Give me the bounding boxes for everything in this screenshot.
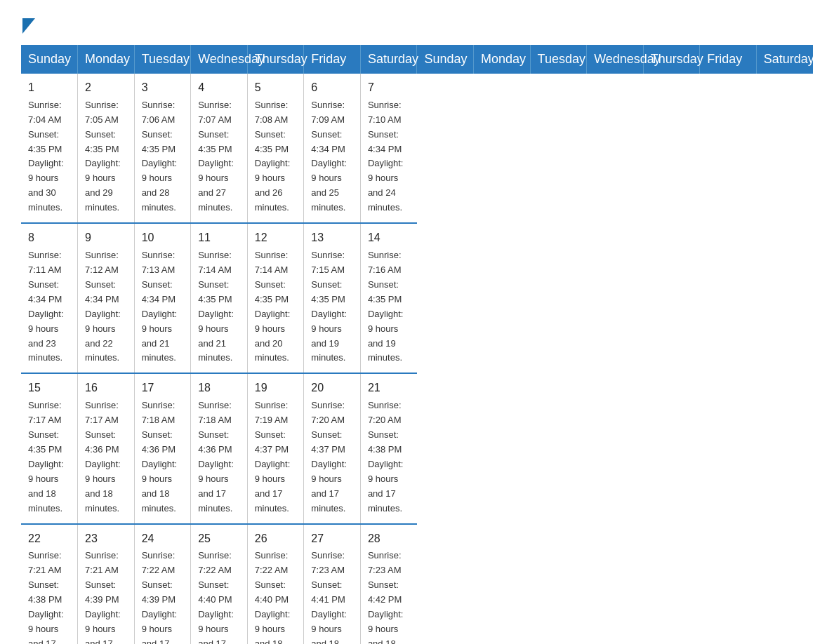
day-number: 4 xyxy=(198,79,240,97)
header-saturday: Saturday xyxy=(360,45,417,74)
calendar-cell: 5 Sunrise: 7:08 AMSunset: 4:35 PMDayligh… xyxy=(247,74,304,223)
day-info: Sunrise: 7:10 AMSunset: 4:34 PMDaylight:… xyxy=(368,100,404,213)
day-info: Sunrise: 7:23 AMSunset: 4:42 PMDaylight:… xyxy=(368,550,404,644)
calendar-cell: 13 Sunrise: 7:15 AMSunset: 4:35 PMDaylig… xyxy=(304,223,361,373)
day-number: 20 xyxy=(311,380,353,397)
day-number: 21 xyxy=(368,380,410,397)
day-number: 14 xyxy=(368,229,410,247)
calendar-cell: 6 Sunrise: 7:09 AMSunset: 4:34 PMDayligh… xyxy=(304,74,361,223)
page-header xyxy=(21,14,813,34)
calendar-cell: 18 Sunrise: 7:18 AMSunset: 4:36 PMDaylig… xyxy=(191,373,248,523)
day-info: Sunrise: 7:11 AMSunset: 4:34 PMDaylight:… xyxy=(28,250,64,363)
day-info: Sunrise: 7:14 AMSunset: 4:35 PMDaylight:… xyxy=(198,250,234,363)
calendar-cell: 16 Sunrise: 7:17 AMSunset: 4:36 PMDaylig… xyxy=(78,373,135,523)
header-saturday: Saturday xyxy=(756,45,813,74)
day-number: 5 xyxy=(255,79,297,97)
calendar-week-4: 22 Sunrise: 7:21 AMSunset: 4:38 PMDaylig… xyxy=(21,524,813,644)
calendar-week-2: 8 Sunrise: 7:11 AMSunset: 4:34 PMDayligh… xyxy=(21,223,813,373)
day-info: Sunrise: 7:07 AMSunset: 4:35 PMDaylight:… xyxy=(198,100,234,213)
day-info: Sunrise: 7:20 AMSunset: 4:37 PMDaylight:… xyxy=(311,400,347,513)
day-number: 27 xyxy=(311,530,353,548)
day-number: 23 xyxy=(85,530,127,548)
day-info: Sunrise: 7:22 AMSunset: 4:39 PMDaylight:… xyxy=(142,550,178,644)
calendar-cell: 2 Sunrise: 7:05 AMSunset: 4:35 PMDayligh… xyxy=(78,74,135,223)
header-sunday: Sunday xyxy=(21,45,78,74)
day-number: 15 xyxy=(28,380,70,397)
calendar-cell: 3 Sunrise: 7:06 AMSunset: 4:35 PMDayligh… xyxy=(134,74,191,223)
logo-triangle-icon xyxy=(22,18,35,34)
day-number: 6 xyxy=(311,79,353,97)
calendar-cell: 9 Sunrise: 7:12 AMSunset: 4:34 PMDayligh… xyxy=(78,223,135,373)
logo xyxy=(21,20,35,34)
calendar-cell: 27 Sunrise: 7:23 AMSunset: 4:41 PMDaylig… xyxy=(304,524,361,644)
calendar-cell: 21 Sunrise: 7:20 AMSunset: 4:38 PMDaylig… xyxy=(360,373,417,523)
header-friday: Friday xyxy=(700,45,757,74)
calendar-cell: 22 Sunrise: 7:21 AMSunset: 4:38 PMDaylig… xyxy=(21,524,78,644)
calendar-cell: 7 Sunrise: 7:10 AMSunset: 4:34 PMDayligh… xyxy=(360,74,417,223)
calendar-week-3: 15 Sunrise: 7:17 AMSunset: 4:35 PMDaylig… xyxy=(21,373,813,523)
day-info: Sunrise: 7:18 AMSunset: 4:36 PMDaylight:… xyxy=(142,400,178,513)
calendar-cell: 28 Sunrise: 7:23 AMSunset: 4:42 PMDaylig… xyxy=(360,524,417,644)
day-number: 10 xyxy=(142,229,184,247)
day-info: Sunrise: 7:19 AMSunset: 4:37 PMDaylight:… xyxy=(255,400,291,513)
day-info: Sunrise: 7:15 AMSunset: 4:35 PMDaylight:… xyxy=(311,250,347,363)
day-info: Sunrise: 7:06 AMSunset: 4:35 PMDaylight:… xyxy=(142,100,178,213)
day-number: 3 xyxy=(142,79,184,97)
day-info: Sunrise: 7:22 AMSunset: 4:40 PMDaylight:… xyxy=(255,550,291,644)
day-number: 12 xyxy=(255,229,297,247)
day-number: 26 xyxy=(255,530,297,548)
day-info: Sunrise: 7:17 AMSunset: 4:35 PMDaylight:… xyxy=(28,400,64,513)
header-thursday: Thursday xyxy=(643,45,700,74)
calendar-table: SundayMondayTuesdayWednesdayThursdayFrid… xyxy=(21,45,813,644)
day-number: 9 xyxy=(85,229,127,247)
calendar-cell: 4 Sunrise: 7:07 AMSunset: 4:35 PMDayligh… xyxy=(191,74,248,223)
header-wednesday: Wednesday xyxy=(191,45,248,74)
day-info: Sunrise: 7:12 AMSunset: 4:34 PMDaylight:… xyxy=(85,250,121,363)
day-number: 24 xyxy=(142,530,184,548)
day-number: 7 xyxy=(368,79,410,97)
day-number: 8 xyxy=(28,229,70,247)
day-number: 2 xyxy=(85,79,127,97)
day-number: 17 xyxy=(142,380,184,397)
calendar-cell: 17 Sunrise: 7:18 AMSunset: 4:36 PMDaylig… xyxy=(134,373,191,523)
day-info: Sunrise: 7:17 AMSunset: 4:36 PMDaylight:… xyxy=(85,400,121,513)
calendar-cell: 15 Sunrise: 7:17 AMSunset: 4:35 PMDaylig… xyxy=(21,373,78,523)
day-info: Sunrise: 7:23 AMSunset: 4:41 PMDaylight:… xyxy=(311,550,347,644)
day-number: 19 xyxy=(255,380,297,397)
day-info: Sunrise: 7:14 AMSunset: 4:35 PMDaylight:… xyxy=(255,250,291,363)
calendar-cell: 10 Sunrise: 7:13 AMSunset: 4:34 PMDaylig… xyxy=(134,223,191,373)
day-info: Sunrise: 7:13 AMSunset: 4:34 PMDaylight:… xyxy=(142,250,178,363)
calendar-cell: 14 Sunrise: 7:16 AMSunset: 4:35 PMDaylig… xyxy=(360,223,417,373)
header-wednesday: Wednesday xyxy=(587,45,644,74)
day-info: Sunrise: 7:08 AMSunset: 4:35 PMDaylight:… xyxy=(255,100,291,213)
day-info: Sunrise: 7:09 AMSunset: 4:34 PMDaylight:… xyxy=(311,100,347,213)
header-sunday: Sunday xyxy=(417,45,474,74)
day-info: Sunrise: 7:21 AMSunset: 4:39 PMDaylight:… xyxy=(85,550,121,644)
day-number: 18 xyxy=(198,380,240,397)
calendar-cell: 12 Sunrise: 7:14 AMSunset: 4:35 PMDaylig… xyxy=(247,223,304,373)
svg-marker-0 xyxy=(22,18,35,34)
day-number: 11 xyxy=(198,229,240,247)
calendar-cell: 19 Sunrise: 7:19 AMSunset: 4:37 PMDaylig… xyxy=(247,373,304,523)
header-monday: Monday xyxy=(78,45,135,74)
header-friday: Friday xyxy=(304,45,361,74)
day-number: 25 xyxy=(198,530,240,548)
calendar-cell: 1 Sunrise: 7:04 AMSunset: 4:35 PMDayligh… xyxy=(21,74,78,223)
day-number: 16 xyxy=(85,380,127,397)
day-info: Sunrise: 7:05 AMSunset: 4:35 PMDaylight:… xyxy=(85,100,121,213)
calendar-header-row: SundayMondayTuesdayWednesdayThursdayFrid… xyxy=(21,45,813,74)
header-monday: Monday xyxy=(474,45,531,74)
day-number: 28 xyxy=(368,530,410,548)
day-info: Sunrise: 7:04 AMSunset: 4:35 PMDaylight:… xyxy=(28,100,64,213)
day-info: Sunrise: 7:16 AMSunset: 4:35 PMDaylight:… xyxy=(368,250,404,363)
calendar-cell: 11 Sunrise: 7:14 AMSunset: 4:35 PMDaylig… xyxy=(191,223,248,373)
calendar-cell: 26 Sunrise: 7:22 AMSunset: 4:40 PMDaylig… xyxy=(247,524,304,644)
calendar-cell: 24 Sunrise: 7:22 AMSunset: 4:39 PMDaylig… xyxy=(134,524,191,644)
day-number: 1 xyxy=(28,79,70,97)
header-tuesday: Tuesday xyxy=(134,45,191,74)
day-info: Sunrise: 7:22 AMSunset: 4:40 PMDaylight:… xyxy=(198,550,234,644)
header-tuesday: Tuesday xyxy=(530,45,587,74)
day-number: 13 xyxy=(311,229,353,247)
calendar-cell: 20 Sunrise: 7:20 AMSunset: 4:37 PMDaylig… xyxy=(304,373,361,523)
day-info: Sunrise: 7:18 AMSunset: 4:36 PMDaylight:… xyxy=(198,400,234,513)
